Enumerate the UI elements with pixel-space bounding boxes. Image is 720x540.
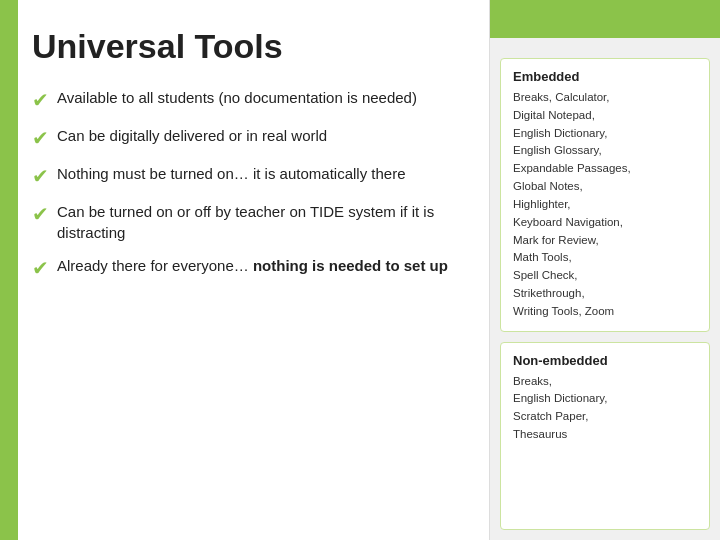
bullet-icon-4: ✔ [32, 201, 49, 227]
bullet-text-1: Available to all students (no documentat… [57, 87, 489, 108]
bullet-icon-1: ✔ [32, 87, 49, 113]
bullet-icon-3: ✔ [32, 163, 49, 189]
bullet-item-1: ✔ Available to all students (no document… [32, 87, 489, 113]
non-embedded-card-body: Breaks, English Dictionary, Scratch Pape… [513, 373, 697, 444]
bullet-item-4: ✔ Can be turned on or off by teacher on … [32, 201, 489, 243]
bullet-item-5: ✔ Already there for everyone… nothing is… [32, 255, 489, 281]
embedded-card-body: Breaks, Calculator, Digital Notepad, Eng… [513, 89, 697, 321]
bullet-icon-2: ✔ [32, 125, 49, 151]
non-embedded-card: Non-embedded Breaks, English Dictionary,… [500, 342, 710, 530]
bullet-icon-5: ✔ [32, 255, 49, 281]
right-panel: Embedded Breaks, Calculator, Digital Not… [490, 0, 720, 540]
bullet-text-5-plain: Already there for everyone… [57, 257, 253, 274]
bullet-item-2: ✔ Can be digitally delivered or in real … [32, 125, 489, 151]
bullet-text-4: Can be turned on or off by teacher on TI… [57, 201, 489, 243]
bullet-item-3: ✔ Nothing must be turned on… it is autom… [32, 163, 489, 189]
bullet-list: ✔ Available to all students (no document… [32, 87, 489, 281]
bullet-text-5: Already there for everyone… nothing is n… [57, 255, 489, 276]
non-embedded-card-title: Non-embedded [513, 353, 697, 368]
embedded-card: Embedded Breaks, Calculator, Digital Not… [500, 58, 710, 332]
bullet-text-5-bold: nothing is needed to set up [253, 257, 448, 274]
page-title-block: Universal Tools [32, 28, 489, 65]
bullet-text-3: Nothing must be turned on… it is automat… [57, 163, 489, 184]
left-accent-bar [0, 0, 18, 540]
page-title: Universal Tools [32, 28, 489, 65]
embedded-card-title: Embedded [513, 69, 697, 84]
bullet-text-2: Can be digitally delivered or in real wo… [57, 125, 489, 146]
right-top-accent [490, 0, 720, 38]
